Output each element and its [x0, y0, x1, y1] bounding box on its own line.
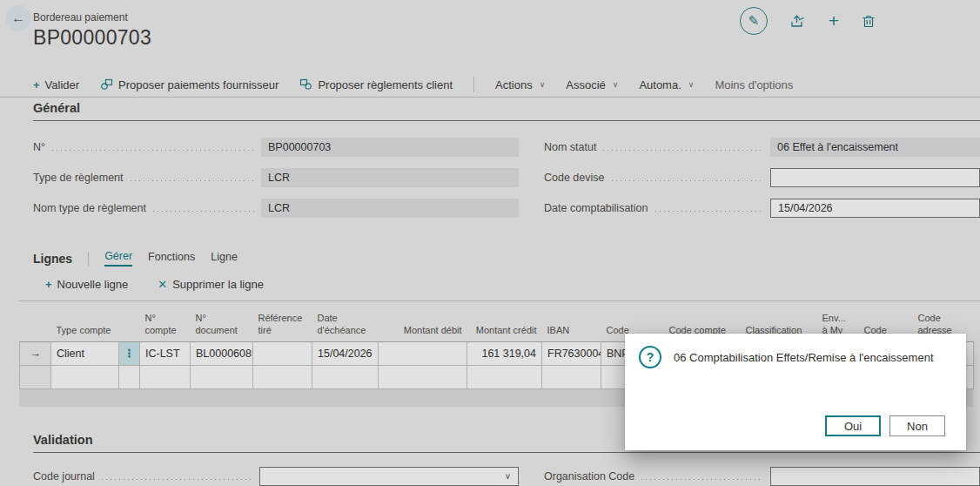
confirmation-dialog: ? 06 Comptabilisation Effets/Remise à l'… [625, 334, 966, 450]
oui-button[interactable]: Oui [825, 415, 881, 436]
non-button[interactable]: Non [889, 415, 945, 436]
question-mark-icon: ? [639, 346, 661, 368]
bordereau-paiement-page: ← Bordereau paiement BP00000703 ✎ + + Va… [0, 0, 980, 486]
dialog-message: 06 Comptabilisation Effets/Remise à l'en… [674, 351, 952, 364]
